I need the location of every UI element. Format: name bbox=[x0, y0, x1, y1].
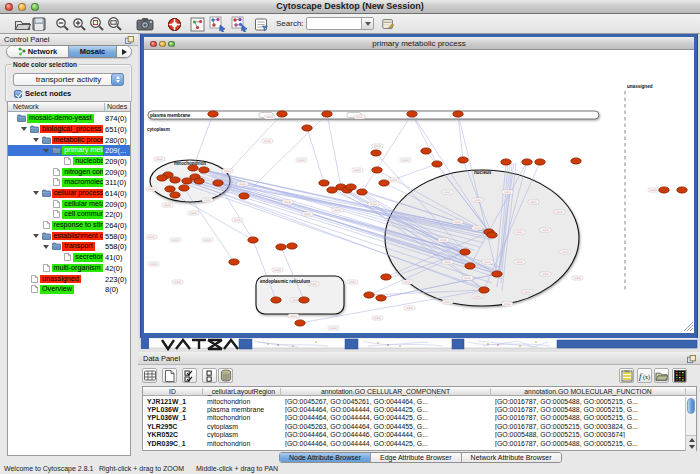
table-column-header[interactable]: annotation.GO MOLECULAR_FUNCTION bbox=[491, 388, 686, 396]
table-row[interactable]: YPL036W_2plasma membrane[GO:0044464, GO:… bbox=[143, 405, 686, 413]
graph-node[interactable] bbox=[170, 177, 180, 183]
zoom-fit-icon[interactable] bbox=[107, 16, 123, 32]
graph-node[interactable] bbox=[287, 243, 297, 249]
search-config-icon[interactable] bbox=[381, 16, 395, 32]
matrix-icon[interactable] bbox=[672, 368, 687, 383]
tree-row[interactable]: nitrogen compo209(0) bbox=[8, 166, 130, 177]
tree-row[interactable]: transport558(0) bbox=[8, 241, 130, 252]
graph-node[interactable] bbox=[199, 167, 209, 173]
search-dropdown-arrow[interactable] bbox=[361, 18, 373, 29]
scroll-up-icon[interactable] bbox=[689, 438, 695, 442]
table-row[interactable]: YPL036W_1mitochondrion[GO:0044464, GO:00… bbox=[143, 414, 686, 422]
graph-node[interactable] bbox=[229, 259, 239, 265]
save-icon[interactable] bbox=[32, 16, 46, 32]
graph-node[interactable] bbox=[276, 244, 286, 250]
tree-row[interactable]: secretion41(0) bbox=[8, 252, 130, 263]
expand-arrow-icon[interactable] bbox=[33, 138, 39, 142]
network-a-icon[interactable] bbox=[209, 16, 227, 32]
tree-row[interactable]: cell communicat22(0) bbox=[8, 209, 130, 220]
graph-node[interactable] bbox=[179, 185, 189, 191]
layout-box-icon[interactable] bbox=[190, 16, 205, 32]
table-row[interactable]: YJR121W_1mitochondrion[GO:0045267, GO:00… bbox=[143, 397, 686, 405]
graph-node[interactable] bbox=[165, 186, 175, 192]
tree-row[interactable]: multi-organism pro42(0) bbox=[8, 263, 130, 274]
graph-node[interactable] bbox=[571, 158, 581, 164]
tree-row[interactable]: unassigned223(0) bbox=[8, 273, 130, 284]
graph-node[interactable] bbox=[453, 111, 463, 117]
graph-node[interactable] bbox=[407, 111, 417, 117]
float-panel-icon[interactable] bbox=[125, 36, 134, 44]
search-input[interactable] bbox=[306, 17, 374, 30]
graph-node[interactable] bbox=[319, 180, 329, 186]
table-row[interactable]: YKR052Ccytoplasm[GO:0044464, GO:0044446,… bbox=[143, 431, 686, 439]
graph-node[interactable] bbox=[371, 150, 381, 156]
graph-node[interactable] bbox=[479, 287, 489, 293]
graph-node[interactable] bbox=[379, 180, 389, 186]
graph-node[interactable] bbox=[432, 161, 442, 167]
graph-node[interactable] bbox=[492, 271, 502, 277]
network-window[interactable]: primary metabolic process plasma membran… bbox=[141, 34, 697, 338]
graph-node[interactable] bbox=[458, 157, 468, 163]
filter-doc-icon[interactable] bbox=[254, 16, 269, 32]
graph-node[interactable] bbox=[465, 263, 475, 269]
graph-node[interactable] bbox=[302, 125, 312, 131]
graph-node[interactable] bbox=[487, 232, 497, 238]
import-attr-icon[interactable] bbox=[654, 368, 669, 383]
tree-row[interactable]: nucleobase-209(0) bbox=[8, 156, 130, 167]
table-column-header[interactable]: annotation.GO CELLULAR_COMPONENT bbox=[281, 388, 491, 396]
delete-attr-icon[interactable] bbox=[218, 368, 233, 383]
tab-overflow-button[interactable] bbox=[117, 46, 131, 57]
graph-node[interactable] bbox=[364, 292, 374, 298]
select-nodes-checkbox[interactable] bbox=[14, 90, 22, 98]
graph-node[interactable] bbox=[194, 178, 204, 184]
tree-row[interactable]: primary metabo209(... bbox=[8, 145, 130, 156]
table-column-header[interactable]: _cellularLayoutRegion bbox=[203, 388, 281, 396]
table-row[interactable]: YDR039C_1mitochondrion[GO:0044464, GO:00… bbox=[143, 439, 686, 447]
tree-row[interactable]: response to stimul264(0) bbox=[8, 220, 130, 231]
zoom-selected-icon[interactable] bbox=[89, 16, 105, 32]
scrollbar-thumb[interactable] bbox=[687, 398, 695, 414]
tree-row[interactable]: macromolecule311(0) bbox=[8, 177, 130, 188]
tab-mosaic[interactable]: Mosaic bbox=[68, 46, 117, 57]
graph-node[interactable] bbox=[271, 297, 281, 303]
graph-node[interactable] bbox=[376, 295, 386, 301]
graph-node[interactable] bbox=[248, 237, 258, 243]
tab-network[interactable]: Network bbox=[7, 46, 68, 57]
notes-icon[interactable] bbox=[619, 368, 634, 383]
scroll-down-icon[interactable] bbox=[689, 445, 695, 449]
graph-node[interactable] bbox=[677, 187, 687, 193]
expand-arrow-icon[interactable] bbox=[43, 245, 49, 249]
expand-arrow-icon[interactable] bbox=[43, 149, 49, 153]
graph-node[interactable] bbox=[346, 184, 356, 190]
table-column-header[interactable]: ID bbox=[143, 388, 203, 396]
open-file-icon[interactable] bbox=[14, 16, 31, 32]
tree-row[interactable]: Overview8(0) bbox=[8, 284, 130, 295]
graph-node[interactable] bbox=[372, 167, 382, 173]
tree-row[interactable]: biological_process651(0) bbox=[8, 124, 130, 135]
vizmapper-icon[interactable] bbox=[167, 16, 182, 32]
new-attr-icon[interactable] bbox=[162, 368, 177, 383]
table-scrollbar[interactable] bbox=[685, 397, 696, 451]
formula-icon[interactable]: f(x) bbox=[637, 368, 652, 383]
graph-node[interactable] bbox=[157, 175, 167, 181]
tree-row[interactable]: mosaic-demo-yeast874(0) bbox=[8, 113, 130, 124]
graph-node[interactable] bbox=[357, 189, 367, 195]
tree-row[interactable]: cellular metabo209(0) bbox=[8, 199, 130, 210]
graph-node[interactable] bbox=[535, 159, 545, 165]
float-data-panel-icon[interactable] bbox=[687, 355, 696, 363]
graph-node[interactable] bbox=[322, 111, 332, 117]
network-window-titlebar[interactable]: primary metabolic process bbox=[144, 37, 694, 50]
graph-node[interactable] bbox=[460, 249, 470, 255]
tree-row[interactable]: cellular process614(0) bbox=[8, 188, 130, 199]
graph-node[interactable] bbox=[213, 180, 223, 186]
graph-node[interactable] bbox=[208, 111, 218, 117]
tab-node-attribute-browser[interactable]: Node Attribute Browser bbox=[280, 453, 371, 462]
graph-node[interactable] bbox=[277, 111, 287, 117]
select-attr-icon[interactable] bbox=[182, 368, 197, 383]
expand-arrow-icon[interactable] bbox=[33, 191, 39, 195]
graph-node[interactable] bbox=[170, 192, 180, 198]
graph-node[interactable] bbox=[659, 187, 669, 193]
tree-row[interactable]: metabolic process280(0) bbox=[8, 134, 130, 145]
tab-network-attribute-browser[interactable]: Network Attribute Browser bbox=[462, 453, 561, 462]
frame-resize-grip[interactable] bbox=[684, 322, 693, 331]
